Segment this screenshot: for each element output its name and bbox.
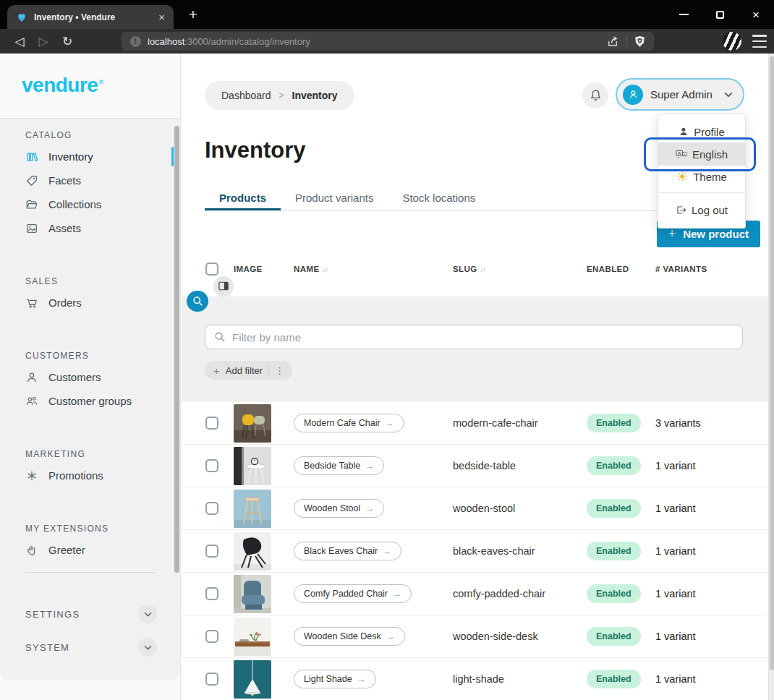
- logout-icon: [676, 205, 686, 215]
- user-avatar-icon: [623, 85, 643, 105]
- product-name-link[interactable]: Comfy Padded Chair→: [294, 584, 412, 603]
- brave-shield-icon[interactable]: [634, 35, 645, 48]
- row-checkbox[interactable]: [205, 545, 218, 558]
- row-checkbox[interactable]: [205, 587, 218, 600]
- breadcrumb-dashboard[interactable]: Dashboard: [221, 90, 271, 101]
- sidebar-item-facets[interactable]: Facets: [0, 168, 180, 192]
- product-image[interactable]: [234, 660, 271, 699]
- kebab-icon[interactable]: ⋮: [275, 365, 284, 376]
- address-bar[interactable]: ! localhost:3000/admin/catalog/inventory: [122, 32, 654, 51]
- table-header: IMAGE NAME↓↑ SLUG↓↑ ENABLED # VARIANTS: [182, 262, 768, 296]
- product-name-link[interactable]: Wooden Side Desk→: [294, 627, 405, 646]
- scrollbar-thumb[interactable]: [770, 56, 774, 670]
- tab-stock-locations[interactable]: Stock locations: [388, 185, 490, 210]
- browser-menu-icon[interactable]: [752, 35, 767, 48]
- window-minimize-button[interactable]: [665, 0, 702, 29]
- sidebar-item-assets[interactable]: Assets: [0, 216, 180, 240]
- group-label: SYSTEM: [25, 642, 69, 653]
- url-path: :3000/admin/catalog/inventory: [184, 36, 310, 47]
- chevron-down-icon[interactable]: [138, 605, 157, 623]
- browser-profile-avatar[interactable]: [723, 32, 741, 51]
- url-host: localhost: [148, 36, 184, 47]
- chevron-down-icon[interactable]: [138, 638, 157, 657]
- status-badge: Enabled: [587, 584, 641, 603]
- window-close-button[interactable]: ×: [738, 0, 774, 29]
- share-icon[interactable]: [607, 35, 619, 47]
- row-checkbox[interactable]: [205, 502, 218, 515]
- col-name[interactable]: NAME↓↑: [294, 265, 453, 273]
- sidebar-item-customer-groups[interactable]: Customer groups: [0, 389, 180, 413]
- product-image[interactable]: [234, 447, 271, 485]
- search-toggle-button[interactable]: [187, 291, 208, 312]
- menu-item-label: English: [692, 148, 728, 161]
- back-button[interactable]: ◁: [9, 29, 30, 54]
- menu-item-profile[interactable]: Profile: [658, 121, 745, 142]
- vendure-logo[interactable]: vendure®: [22, 74, 103, 97]
- product-image[interactable]: [234, 490, 271, 528]
- sidebar-item-collections[interactable]: Collections: [0, 192, 180, 216]
- product-name-link[interactable]: Modern Cafe Chair→: [294, 414, 404, 432]
- product-image[interactable]: [234, 404, 271, 443]
- sidebar-item-promotions[interactable]: Promotions: [0, 464, 180, 487]
- tab-title: Inventory • Vendure: [34, 12, 152, 22]
- page-scrollbar[interactable]: [768, 54, 774, 700]
- sidebar-item-label: Greeter: [48, 544, 85, 556]
- row-checkbox[interactable]: [205, 417, 218, 430]
- sidebar-item-customers[interactable]: Customers: [0, 365, 180, 389]
- sidebar-group-settings[interactable]: SETTINGS: [0, 597, 180, 631]
- product-image[interactable]: [234, 532, 271, 571]
- status-badge: Enabled: [587, 414, 641, 432]
- vendure-favicon-icon: [16, 12, 27, 23]
- arrow-right-icon: →: [386, 631, 395, 641]
- browser-tab[interactable]: Inventory • Vendure ×: [7, 5, 174, 29]
- product-name-link[interactable]: Black Eaves Chair→: [294, 542, 401, 560]
- row-checkbox[interactable]: [205, 673, 218, 686]
- col-slug[interactable]: SLUG↓↑: [453, 265, 587, 273]
- select-all-checkbox[interactable]: [205, 262, 218, 276]
- menu-item-language[interactable]: A a English: [658, 142, 745, 166]
- column-settings-button[interactable]: [213, 276, 234, 296]
- arrow-right-icon: →: [383, 546, 391, 556]
- menu-item-theme[interactable]: Theme: [658, 166, 745, 187]
- notifications-button[interactable]: [582, 82, 608, 108]
- product-name-link[interactable]: Bedside Table→: [294, 456, 384, 475]
- arrow-right-icon: →: [365, 461, 374, 471]
- product-name-link[interactable]: Wooden Stool→: [294, 499, 384, 518]
- filter-by-name-input[interactable]: [232, 331, 733, 343]
- svg-text:A: A: [678, 151, 681, 155]
- product-image[interactable]: [234, 575, 271, 613]
- user-dropdown-menu: Profile A a English Theme: [658, 114, 746, 229]
- user-menu-button[interactable]: Super Admin: [616, 78, 744, 111]
- tab-close-icon[interactable]: ×: [158, 11, 165, 23]
- filter-bar: + Add filter ⋮: [182, 296, 768, 402]
- row-checkbox[interactable]: [205, 630, 218, 643]
- product-name-link[interactable]: Light Shade→: [294, 670, 376, 688]
- variant-count: 1 variant: [655, 460, 744, 471]
- menu-item-logout[interactable]: Log out: [658, 199, 745, 221]
- sidebar-scrollbar[interactable]: [174, 126, 179, 573]
- window-maximize-button[interactable]: [702, 0, 738, 29]
- tab-product-variants[interactable]: Product variants: [281, 185, 388, 210]
- add-filter-button[interactable]: + Add filter ⋮: [205, 361, 292, 380]
- button-divider: [268, 365, 269, 375]
- sidebar-group-system[interactable]: SYSTEM: [0, 631, 180, 664]
- sun-icon: [676, 171, 688, 182]
- forward-button[interactable]: ▷: [33, 29, 54, 54]
- table-row: Modern Cafe Chair→ modern-cafe-chair Ena…: [182, 402, 768, 445]
- product-slug: modern-cafe-chair: [453, 417, 587, 429]
- tab-products[interactable]: Products: [205, 185, 281, 210]
- breadcrumb-inventory[interactable]: Inventory: [292, 90, 338, 101]
- new-tab-button[interactable]: +: [183, 4, 203, 25]
- reload-button[interactable]: ↻: [56, 29, 78, 54]
- sidebar-nav: CATALOG Inventory Facets: [0, 118, 180, 680]
- variant-count: 1 variant: [655, 588, 744, 599]
- sort-icon[interactable]: ↓↑: [322, 266, 327, 273]
- sidebar-item-greeter[interactable]: Greeter: [0, 538, 180, 562]
- sort-icon[interactable]: ↓↑: [480, 266, 485, 273]
- site-info-icon[interactable]: !: [130, 36, 141, 47]
- section-sales: SALES: [0, 272, 180, 291]
- sidebar-item-inventory[interactable]: Inventory: [0, 145, 180, 168]
- row-checkbox[interactable]: [205, 459, 218, 472]
- product-image[interactable]: [234, 618, 271, 656]
- sidebar-item-orders[interactable]: Orders: [0, 291, 180, 315]
